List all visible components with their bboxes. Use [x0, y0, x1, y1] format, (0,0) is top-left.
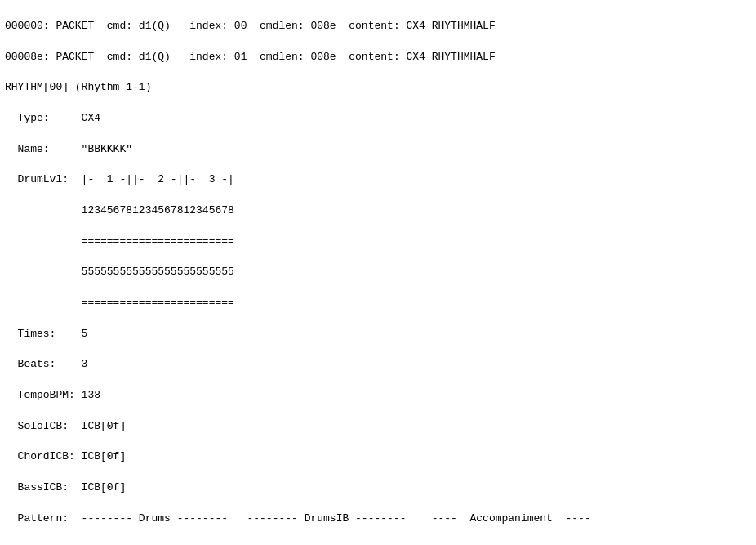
line-8: 555555555555555555555555	[5, 266, 234, 278]
line-13: SoloICB: ICB[0f]	[5, 420, 126, 432]
line-5: DrumLvl: |- 1 -||- 2 -||- 3 -|	[5, 173, 234, 185]
line-11: Beats: 3	[5, 358, 87, 370]
line-10: Times: 5	[5, 328, 87, 340]
line-4: Name: "BBKKKK"	[5, 143, 132, 155]
line-6: 123456781234567812345678	[5, 204, 234, 217]
line-1: 00008e: PACKET cmd: d1(Q) index: 01 cmdl…	[5, 51, 496, 63]
line-16: Pattern: -------- Drums -------- -------…	[5, 512, 591, 525]
line-9: ========================	[5, 297, 234, 309]
line-3: Type: CX4	[5, 112, 100, 124]
line-0: 000000: PACKET cmd: d1(Q) index: 00 cmdl…	[5, 20, 496, 32]
line-14: ChordICB: ICB[0f]	[5, 450, 126, 462]
line-15: BassICB: ICB[0f]	[5, 481, 126, 494]
line-2: RHYTHM[00] (Rhythm 1-1)	[5, 81, 151, 93]
line-12: TempoBPM: 138	[5, 389, 100, 401]
line-7: ========================	[5, 235, 234, 248]
terminal-output: 000000: PACKET cmd: d1(Q) index: 00 cmdl…	[5, 3, 751, 545]
